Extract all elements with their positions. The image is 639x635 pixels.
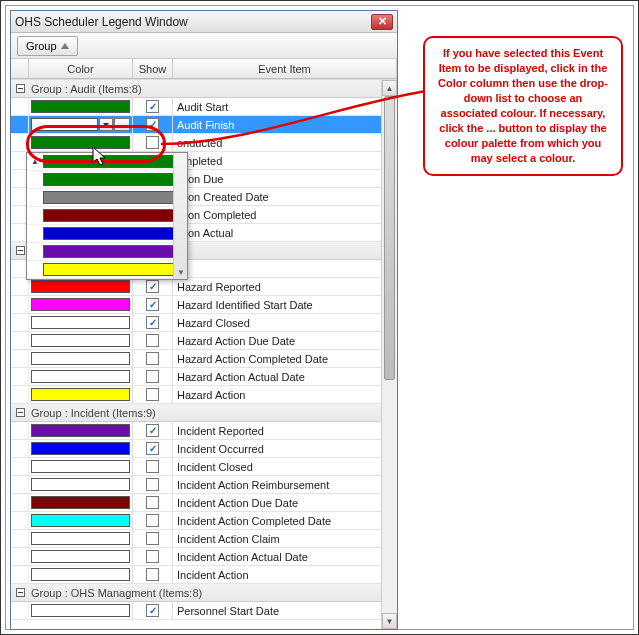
scroll-track[interactable] — [382, 96, 397, 613]
group-label: Group : OHS Managment (Items:8) — [29, 587, 202, 599]
grid-row[interactable]: ...Audit Finish — [11, 116, 397, 134]
color-dropdown-panel[interactable]: ▲ — [26, 152, 188, 280]
show-cell — [133, 566, 173, 583]
group-header[interactable]: Group : Audit (Items:8) — [11, 80, 397, 98]
color-cell[interactable] — [29, 134, 133, 151]
grid-row[interactable]: Personnel Start Date — [11, 602, 397, 620]
grid-row[interactable]: Hazard Closed — [11, 314, 397, 332]
color-cell[interactable] — [29, 350, 133, 367]
dropdown-scrollbar[interactable] — [173, 153, 187, 279]
show-checkbox[interactable] — [146, 460, 159, 473]
grid-row[interactable]: Incident Action Due Date — [11, 494, 397, 512]
grid-row[interactable]: Hazard Identified Start Date — [11, 296, 397, 314]
dropdown-option[interactable] — [27, 207, 187, 225]
dropdown-option[interactable]: ▲ — [27, 153, 187, 171]
show-checkbox[interactable] — [146, 316, 159, 329]
scroll-thumb[interactable] — [384, 96, 395, 380]
color-cell[interactable] — [29, 332, 133, 349]
row-indent — [11, 368, 29, 385]
grid-row[interactable]: Audit Start — [11, 98, 397, 116]
show-cell — [133, 512, 173, 529]
row-indent — [11, 386, 29, 403]
dropdown-option[interactable] — [27, 225, 187, 243]
grid-row[interactable]: Hazard Action Due Date — [11, 332, 397, 350]
header-event[interactable]: Event Item — [173, 59, 397, 78]
color-cell[interactable] — [29, 386, 133, 403]
color-swatch — [31, 298, 130, 311]
color-cell[interactable] — [29, 476, 133, 493]
show-checkbox[interactable] — [146, 514, 159, 527]
dropdown-swatch — [43, 245, 184, 258]
show-checkbox[interactable] — [146, 118, 159, 131]
color-cell[interactable] — [29, 368, 133, 385]
header-show[interactable]: Show — [133, 59, 173, 78]
dropdown-option[interactable] — [27, 243, 187, 261]
grid-row[interactable]: Incident Action Reimbursement — [11, 476, 397, 494]
close-button[interactable]: ✕ — [371, 14, 393, 30]
grid-row[interactable]: Incident Closed — [11, 458, 397, 476]
show-checkbox[interactable] — [146, 532, 159, 545]
group-header[interactable]: Group : OHS Managment (Items:8) — [11, 584, 397, 602]
group-by-button[interactable]: Group — [17, 36, 78, 56]
scroll-up-button[interactable]: ▲ — [382, 80, 397, 96]
show-checkbox[interactable] — [146, 370, 159, 383]
row-indent — [11, 566, 29, 583]
scroll-down-button[interactable]: ▼ — [382, 613, 397, 629]
show-checkbox[interactable] — [146, 550, 159, 563]
dropdown-option[interactable] — [27, 261, 187, 279]
header-color[interactable]: Color — [29, 59, 133, 78]
callout-text: If you have selected this Event Item to … — [438, 47, 608, 164]
show-checkbox[interactable] — [146, 568, 159, 581]
show-checkbox[interactable] — [146, 478, 159, 491]
show-cell — [133, 530, 173, 547]
expander-button[interactable] — [11, 588, 29, 597]
show-checkbox[interactable] — [146, 280, 159, 293]
color-cell[interactable] — [29, 602, 133, 619]
show-checkbox[interactable] — [146, 604, 159, 617]
color-cell[interactable]: ... — [29, 116, 133, 133]
expander-button[interactable] — [11, 408, 29, 417]
color-cell[interactable] — [29, 440, 133, 457]
grid-row[interactable]: Incident Action Claim — [11, 530, 397, 548]
row-indent — [11, 422, 29, 439]
show-checkbox[interactable] — [146, 442, 159, 455]
grid-row[interactable]: onducted — [11, 134, 397, 152]
grid-row[interactable]: Hazard Reported — [11, 278, 397, 296]
grid-row[interactable]: Incident Action Actual Date — [11, 548, 397, 566]
grid-row[interactable]: Incident Action Completed Date — [11, 512, 397, 530]
color-cell[interactable] — [29, 494, 133, 511]
dropdown-option[interactable] — [27, 189, 187, 207]
color-cell[interactable] — [29, 278, 133, 295]
grid-row[interactable]: Hazard Action Actual Date — [11, 368, 397, 386]
show-checkbox[interactable] — [146, 334, 159, 347]
color-dropdown-button[interactable] — [99, 118, 113, 131]
color-picker-button[interactable]: ... — [114, 118, 130, 131]
show-checkbox[interactable] — [146, 424, 159, 437]
color-cell[interactable] — [29, 98, 133, 115]
group-header[interactable]: Group : Incident (Items:9) — [11, 404, 397, 422]
color-cell[interactable] — [29, 422, 133, 439]
show-checkbox[interactable] — [146, 496, 159, 509]
grid-row[interactable]: Hazard Action Completed Date — [11, 350, 397, 368]
color-swatch — [31, 604, 130, 617]
show-checkbox[interactable] — [146, 100, 159, 113]
outer-frame: OHS Scheduler Legend Window ✕ Group Colo… — [5, 5, 634, 630]
color-cell[interactable] — [29, 296, 133, 313]
vscrollbar[interactable]: ▲ ▼ — [381, 80, 397, 629]
color-cell[interactable] — [29, 530, 133, 547]
show-checkbox[interactable] — [146, 298, 159, 311]
dropdown-option[interactable] — [27, 171, 187, 189]
color-cell[interactable] — [29, 566, 133, 583]
grid-row[interactable]: Incident Occurred — [11, 440, 397, 458]
color-cell[interactable] — [29, 458, 133, 475]
grid-row[interactable]: Hazard Action — [11, 386, 397, 404]
show-checkbox[interactable] — [146, 388, 159, 401]
grid-row[interactable]: Incident Action — [11, 566, 397, 584]
expander-button[interactable] — [11, 84, 29, 93]
grid-row[interactable]: Incident Reported — [11, 422, 397, 440]
show-checkbox[interactable] — [146, 136, 159, 149]
color-cell[interactable] — [29, 548, 133, 565]
color-cell[interactable] — [29, 314, 133, 331]
color-cell[interactable] — [29, 512, 133, 529]
show-checkbox[interactable] — [146, 352, 159, 365]
